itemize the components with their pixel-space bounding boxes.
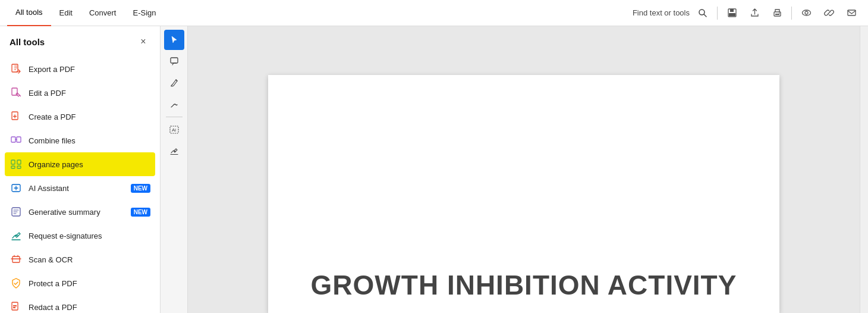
- sign-icon: [169, 146, 179, 156]
- svg-rect-18: [17, 160, 21, 164]
- organize-pages-icon: [10, 158, 23, 171]
- upload-button[interactable]: [745, 4, 764, 23]
- protect-pdf-label: Protect a PDF: [29, 279, 150, 288]
- create-pdf-icon: [10, 110, 23, 123]
- select-tool-button[interactable]: [164, 30, 184, 50]
- ai-assistant-icon: [10, 181, 23, 195]
- toolbar-separator: [717, 7, 718, 20]
- organize-pages-label: Organize pages: [29, 160, 150, 169]
- sidebar-item-protect-pdf[interactable]: Protect a PDF: [0, 271, 160, 295]
- svg-text:Ai: Ai: [172, 127, 176, 133]
- menu-item-esign[interactable]: E-Sign: [124, 0, 164, 26]
- svg-point-7: [779, 12, 780, 14]
- print-icon: [772, 8, 782, 18]
- combine-files-label: Combine files: [29, 136, 150, 145]
- sidebar-item-export-pdf[interactable]: Export a PDF: [0, 57, 160, 81]
- document-page: GROWTH INHIBITION ACTIVITY: [268, 75, 779, 313]
- edit-pdf-label: Edit a PDF: [29, 89, 150, 98]
- menu-item-all-tools[interactable]: All tools: [7, 0, 51, 26]
- svg-rect-23: [12, 256, 20, 262]
- draw-tool-button[interactable]: [164, 94, 184, 114]
- save-button[interactable]: [722, 4, 741, 23]
- main-layout: All tools × Export a PDF: [0, 26, 868, 313]
- svg-line-10: [828, 12, 830, 14]
- link-button[interactable]: [819, 4, 838, 23]
- view-button[interactable]: [797, 4, 816, 23]
- sidebar-item-redact-pdf[interactable]: Redact a PDF: [0, 295, 160, 313]
- svg-rect-15: [11, 137, 15, 142]
- edit-pdf-icon: [10, 86, 23, 99]
- print-button[interactable]: [768, 4, 787, 23]
- draw-icon: [169, 99, 179, 109]
- vertical-toolbar: Ai: [161, 26, 188, 313]
- svg-rect-6: [775, 14, 779, 15]
- search-icon-btn[interactable]: [693, 4, 712, 23]
- sidebar-item-scan-ocr[interactable]: Scan & OCR: [0, 248, 160, 271]
- svg-point-9: [805, 11, 808, 14]
- protect-pdf-icon: [10, 277, 23, 290]
- export-pdf-label: Export a PDF: [29, 65, 150, 74]
- gen-summary-label: Generative summary: [29, 208, 125, 217]
- gen-summary-new-badge: NEW: [131, 208, 150, 217]
- save-icon: [727, 8, 737, 18]
- document-title: GROWTH INHIBITION ACTIVITY: [311, 269, 737, 301]
- svg-line-1: [704, 14, 706, 17]
- scan-ocr-icon: [10, 253, 23, 266]
- sidebar-item-request-esign[interactable]: Request e-signatures: [0, 224, 160, 248]
- redact-pdf-label: Redact a PDF: [29, 303, 150, 312]
- comment-icon: [169, 57, 179, 66]
- sidebar: All tools × Export a PDF: [0, 26, 161, 313]
- cursor-icon: [169, 35, 179, 45]
- svg-rect-11: [848, 10, 856, 15]
- gen-summary-icon: [10, 205, 23, 218]
- scan-ocr-label: Scan & OCR: [29, 255, 150, 264]
- highlight-tool-button[interactable]: [164, 73, 184, 93]
- mail-icon: [847, 8, 857, 18]
- svg-rect-16: [17, 137, 21, 142]
- vtool-separator: [166, 117, 183, 117]
- tool-list: Export a PDF Edit a PDF: [0, 55, 160, 313]
- svg-rect-3: [730, 9, 734, 12]
- redact-pdf-icon: [10, 301, 23, 313]
- menu-item-edit[interactable]: Edit: [51, 0, 81, 26]
- request-esign-icon: [10, 229, 23, 242]
- sidebar-item-gen-summary[interactable]: Generative summary NEW: [0, 200, 160, 224]
- sidebar-item-edit-pdf[interactable]: Edit a PDF: [0, 81, 160, 105]
- svg-rect-20: [17, 166, 21, 168]
- menu-right: Find text or tools: [633, 4, 861, 23]
- menu-item-convert[interactable]: Convert: [81, 0, 125, 26]
- comment-tool-button[interactable]: [164, 51, 184, 71]
- text-icon: Ai: [169, 125, 179, 134]
- ai-assistant-label: AI Assistant: [29, 184, 125, 193]
- sidebar-item-combine-files[interactable]: Combine files: [0, 129, 160, 152]
- ai-assistant-new-badge: NEW: [131, 184, 150, 193]
- sidebar-close-button[interactable]: ×: [136, 35, 150, 49]
- menu-bar: All tools Edit Convert E-Sign Find text …: [0, 0, 868, 26]
- upload-icon: [750, 8, 760, 18]
- sidebar-header: All tools ×: [0, 26, 160, 55]
- create-pdf-label: Create a PDF: [29, 112, 150, 121]
- text-tool-button[interactable]: Ai: [164, 120, 184, 140]
- view-icon: [801, 8, 812, 18]
- menu-left: All tools Edit Convert E-Sign: [7, 0, 165, 26]
- svg-rect-27: [171, 58, 178, 63]
- sidebar-item-organize-pages[interactable]: Organize pages: [5, 152, 155, 176]
- link-icon: [824, 8, 834, 18]
- request-esign-label: Request e-signatures: [29, 231, 150, 240]
- document-area: GROWTH INHIBITION ACTIVITY: [188, 26, 860, 313]
- highlight-icon: [169, 78, 179, 87]
- sidebar-item-ai-assistant[interactable]: AI Assistant NEW: [0, 176, 160, 200]
- mail-button[interactable]: [842, 4, 861, 23]
- svg-rect-19: [11, 166, 15, 168]
- svg-rect-26: [13, 307, 15, 308]
- find-bar: Find text or tools: [633, 4, 712, 23]
- toolbar-separator-2: [791, 7, 792, 20]
- sidebar-item-create-pdf[interactable]: Create a PDF: [0, 105, 160, 129]
- search-icon: [698, 8, 707, 18]
- sidebar-title: All tools: [10, 37, 45, 47]
- export-pdf-icon: [10, 62, 23, 76]
- combine-files-icon: [10, 134, 23, 147]
- sign-tool-button[interactable]: [164, 141, 184, 161]
- right-panel: [860, 26, 868, 313]
- svg-rect-17: [11, 160, 15, 164]
